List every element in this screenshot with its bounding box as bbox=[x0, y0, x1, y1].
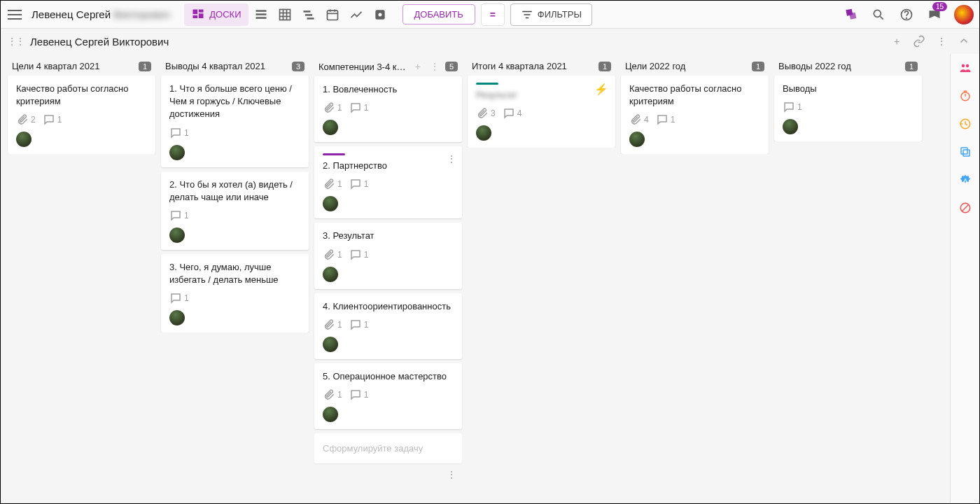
task-card[interactable]: Качество работы согласно критериям21 bbox=[8, 76, 155, 154]
assignee-avatar[interactable] bbox=[783, 119, 798, 134]
column-count: 1 bbox=[598, 62, 611, 71]
svg-rect-6 bbox=[255, 17, 266, 19]
assignee-avatar[interactable] bbox=[323, 196, 338, 211]
task-card[interactable]: 3. Результат11 bbox=[314, 223, 462, 288]
svg-point-28 bbox=[961, 64, 965, 68]
column-header: Выводы 2022 год1 bbox=[773, 57, 923, 76]
task-card[interactable]: ⚡Результат34 bbox=[468, 76, 615, 148]
attachments-count: 2 bbox=[16, 113, 36, 126]
view-list[interactable] bbox=[250, 4, 272, 26]
assignee-avatar[interactable] bbox=[16, 132, 31, 147]
copy-icon[interactable] bbox=[957, 144, 974, 160]
card-meta: 11 bbox=[323, 248, 454, 261]
assignee-avatar[interactable] bbox=[169, 145, 185, 160]
assignee-avatar[interactable] bbox=[323, 337, 338, 352]
card-more-icon[interactable]: ⋮ bbox=[447, 153, 456, 164]
inbox-icon[interactable]: 15 bbox=[923, 4, 946, 26]
column-header: Компетенции 3-4 квар...+⋮5 bbox=[313, 57, 463, 76]
filters-button[interactable]: ФИЛЬТРЫ bbox=[510, 4, 592, 26]
add-column-icon[interactable]: + bbox=[888, 33, 905, 50]
view-calendar[interactable] bbox=[321, 4, 344, 26]
comments-count: 1 bbox=[169, 209, 189, 222]
settings-badge-icon[interactable]: A bbox=[957, 172, 974, 188]
comments-count: 1 bbox=[783, 101, 802, 113]
new-task-placeholder[interactable]: Сформулируйте задачу bbox=[314, 433, 462, 463]
task-card[interactable]: ⋮2. Партнерство11 bbox=[314, 146, 462, 218]
svg-rect-22 bbox=[524, 14, 530, 15]
comments-count: 1 bbox=[349, 388, 369, 401]
task-card[interactable]: 1. Что я больше всего ценю / Чем я горжу… bbox=[161, 76, 309, 167]
card-title: 2. Партнерство bbox=[323, 160, 454, 172]
column-more-icon[interactable]: ⋮ bbox=[428, 61, 441, 72]
equals-button[interactable]: = bbox=[481, 4, 505, 26]
card-title: Выводы bbox=[783, 83, 913, 95]
view-boards[interactable]: ДОСКИ bbox=[184, 4, 248, 26]
board-header: ⋮⋮ Левенец Сергей Викторович + ⋮ bbox=[1, 29, 979, 54]
task-card[interactable]: 5. Операционное мастерство11 bbox=[314, 363, 462, 429]
svg-text:A: A bbox=[963, 177, 967, 183]
view-dashboard[interactable] bbox=[369, 4, 391, 26]
task-card[interactable]: Качество работы согласно критериям41 bbox=[621, 76, 769, 154]
history-icon[interactable] bbox=[957, 115, 974, 132]
add-card-icon[interactable]: + bbox=[412, 61, 424, 72]
user-avatar[interactable] bbox=[954, 5, 974, 24]
task-card[interactable]: 1. Вовлеченность11 bbox=[314, 76, 462, 142]
card-meta: 34 bbox=[476, 107, 607, 120]
card-list: 1. Вовлеченность11⋮2. Партнерство113. Ре… bbox=[313, 76, 463, 482]
topbar: Левенец Сергей Викторович ДОСКИ ДОБАВИТЬ… bbox=[1, 1, 979, 29]
svg-rect-4 bbox=[255, 10, 266, 12]
card-color-bar bbox=[323, 153, 345, 155]
assignee-avatar[interactable] bbox=[323, 267, 338, 282]
view-table[interactable] bbox=[274, 4, 296, 26]
svg-rect-15 bbox=[327, 10, 337, 20]
task-card[interactable]: 4. Клиентоориентированность11 bbox=[314, 293, 462, 359]
assignee-avatar[interactable] bbox=[169, 227, 185, 243]
assignee-avatar[interactable] bbox=[629, 132, 645, 147]
view-chart[interactable] bbox=[345, 4, 368, 26]
search-icon[interactable] bbox=[867, 4, 890, 26]
task-card[interactable]: 3. Чего, я думаю, лучше избегать / делат… bbox=[161, 254, 309, 332]
block-icon[interactable] bbox=[957, 200, 974, 216]
drag-handle-icon[interactable]: ⋮⋮ bbox=[8, 36, 24, 46]
collapse-icon[interactable] bbox=[955, 33, 972, 50]
column-footer-more-icon[interactable]: ⋮ bbox=[314, 468, 462, 482]
column-count: 5 bbox=[445, 62, 458, 71]
column-header: Выводы 4 квартал 20213 bbox=[160, 57, 310, 76]
card-meta: 1 bbox=[169, 292, 300, 304]
menu-icon[interactable] bbox=[6, 6, 23, 23]
attachments-count: 1 bbox=[323, 178, 342, 190]
filter-icon bbox=[521, 8, 533, 21]
more-icon[interactable]: ⋮ bbox=[933, 33, 950, 50]
column-header: Цели 4 квартал 20211 bbox=[6, 57, 157, 76]
card-meta: 11 bbox=[323, 178, 454, 190]
card-title: 3. Результат bbox=[323, 230, 454, 242]
card-title: Результат bbox=[476, 89, 607, 102]
svg-point-24 bbox=[874, 10, 881, 17]
timer-icon[interactable] bbox=[957, 88, 974, 104]
board-title: Левенец Сергей Викторович bbox=[30, 36, 169, 48]
assignee-avatar[interactable] bbox=[323, 120, 338, 135]
card-list: Качество работы согласно критериям21 bbox=[6, 76, 157, 154]
card-meta: 11 bbox=[323, 102, 454, 114]
svg-rect-34 bbox=[961, 148, 967, 154]
svg-rect-0 bbox=[193, 9, 198, 14]
svg-rect-5 bbox=[255, 13, 266, 15]
svg-rect-7 bbox=[279, 9, 290, 20]
assignee-avatar[interactable] bbox=[169, 310, 185, 326]
column-title: Цели 2022 год bbox=[625, 61, 748, 71]
help-icon[interactable] bbox=[895, 4, 918, 26]
assignee-avatar[interactable] bbox=[476, 125, 491, 141]
card-meta: 1 bbox=[169, 209, 300, 222]
board-columns: Цели 4 квартал 20211Качество работы согл… bbox=[1, 54, 950, 503]
apps-icon[interactable] bbox=[839, 4, 862, 26]
card-list: Качество работы согласно критериям41 bbox=[620, 76, 770, 154]
add-button[interactable]: ДОБАВИТЬ bbox=[402, 4, 475, 24]
people-icon[interactable] bbox=[957, 59, 974, 76]
task-card[interactable]: Выводы1 bbox=[774, 76, 922, 141]
attachments-count: 1 bbox=[323, 318, 342, 331]
task-card[interactable]: 2. Что бы я хотел (а) видеть / делать ча… bbox=[161, 172, 309, 250]
assignee-avatar[interactable] bbox=[323, 407, 338, 422]
svg-rect-33 bbox=[963, 150, 969, 156]
view-gantt[interactable] bbox=[298, 4, 320, 26]
link-icon[interactable] bbox=[911, 33, 927, 50]
